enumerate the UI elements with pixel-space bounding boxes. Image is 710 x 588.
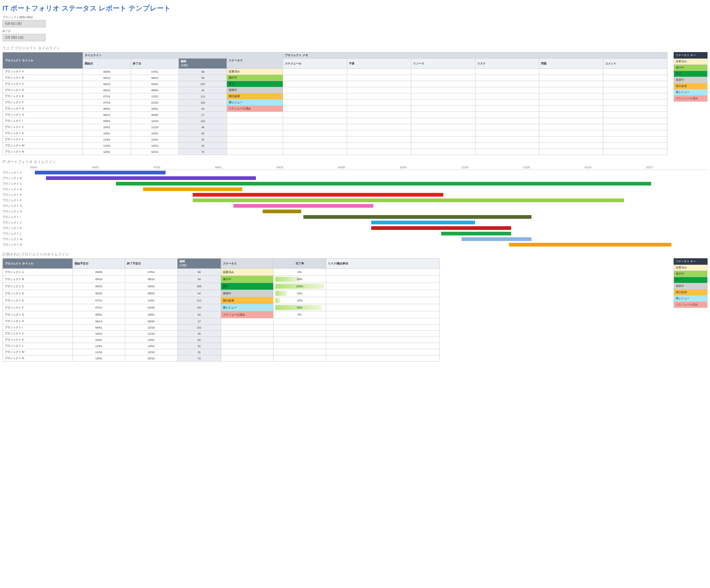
cell-issue[interactable] — [539, 75, 603, 81]
cell-schedule[interactable] — [283, 100, 347, 106]
meta-start-value[interactable]: 5月 5日 (月) — [2, 20, 46, 27]
cell-issue[interactable] — [539, 143, 603, 149]
cell-budget[interactable] — [347, 130, 411, 137]
cell-budget[interactable] — [347, 81, 411, 87]
cell-resource[interactable] — [411, 143, 475, 149]
cell-issue[interactable] — [539, 81, 603, 87]
cell-risk[interactable] — [326, 337, 439, 343]
cell-schedule[interactable] — [283, 124, 347, 130]
table-row[interactable]: プロジェクト J10/0111/1546 — [3, 331, 440, 337]
gantt-bar[interactable] — [371, 226, 511, 230]
cell-risk[interactable] — [475, 93, 539, 100]
cell-resource[interactable] — [411, 118, 475, 124]
cell-resource[interactable] — [411, 93, 475, 100]
cell-risk[interactable] — [326, 324, 439, 331]
gantt-bar[interactable] — [46, 176, 256, 180]
cell-schedule[interactable] — [283, 75, 347, 81]
table-row[interactable]: プロジェクト G08/0110/0162スケジュール済み0% — [3, 311, 440, 318]
cell-comment[interactable] — [603, 100, 667, 106]
cell-budget[interactable] — [347, 106, 411, 112]
cell-schedule[interactable] — [283, 137, 347, 143]
cell-schedule[interactable] — [283, 112, 347, 118]
table-row[interactable]: プロジェクト N12/0102/1072 — [3, 149, 667, 155]
cell-schedule[interactable] — [283, 118, 347, 124]
gantt-bar[interactable] — [35, 171, 166, 174]
table-row[interactable]: プロジェクト F07/1401/20191要レビュー95% — [3, 304, 440, 311]
cell-risk[interactable] — [326, 290, 439, 297]
cell-risk[interactable] — [475, 75, 539, 81]
table-row[interactable]: プロジェクト A05/0507/0158提案済み0% — [3, 269, 440, 276]
table-row[interactable]: プロジェクト F07/1401/20191要レビュー — [3, 100, 667, 106]
cell-resource[interactable] — [411, 87, 475, 93]
gantt-bar[interactable] — [263, 210, 301, 213]
gantt-bar[interactable] — [509, 243, 671, 247]
cell-budget[interactable] — [347, 118, 411, 124]
table-row[interactable]: プロジェクト B05/1008/1093進行中 — [3, 75, 667, 81]
cell-schedule[interactable] — [283, 143, 347, 149]
table-row[interactable]: プロジェクト L11/0112/0131 — [3, 137, 667, 143]
cell-budget[interactable] — [347, 87, 411, 93]
cell-comment[interactable] — [603, 130, 667, 137]
cell-comment[interactable] — [603, 143, 667, 149]
table-row[interactable]: プロジェクト M11/1012/1031 — [3, 349, 440, 355]
cell-issue[interactable] — [539, 69, 603, 75]
cell-resource[interactable] — [411, 149, 475, 155]
cell-comment[interactable] — [603, 118, 667, 124]
table-row[interactable]: プロジェクト E07/1411/01111期日超過 — [3, 93, 667, 100]
cell-resource[interactable] — [411, 106, 475, 112]
cell-comment[interactable] — [603, 81, 667, 87]
table-row[interactable]: プロジェクト I09/0112/10101 — [3, 324, 440, 331]
cell-risk[interactable] — [475, 69, 539, 75]
gantt-bar[interactable] — [441, 232, 511, 236]
gantt-bar[interactable] — [116, 182, 651, 186]
cell-comment[interactable] — [603, 87, 667, 93]
table-row[interactable]: プロジェクト H08/1408/3017 — [3, 318, 440, 324]
cell-budget[interactable] — [347, 75, 411, 81]
cell-comment[interactable] — [603, 69, 667, 75]
cell-comment[interactable] — [603, 75, 667, 81]
table-row[interactable]: プロジェクト G08/0110/0162スケジュール済み — [3, 106, 667, 112]
cell-risk[interactable] — [326, 283, 439, 290]
cell-risk[interactable] — [475, 130, 539, 137]
cell-schedule[interactable] — [283, 81, 347, 87]
cell-risk[interactable] — [475, 81, 539, 87]
cell-resource[interactable] — [411, 69, 475, 75]
cell-comment[interactable] — [603, 137, 667, 143]
gantt-bar[interactable] — [233, 204, 373, 208]
cell-comment[interactable] — [603, 93, 667, 100]
cell-risk[interactable] — [326, 349, 439, 355]
cell-budget[interactable] — [347, 143, 411, 149]
cell-budget[interactable] — [347, 124, 411, 130]
cell-risk[interactable] — [326, 276, 439, 283]
cell-budget[interactable] — [347, 69, 411, 75]
table-row[interactable]: プロジェクト M11/1012/1031 — [3, 143, 667, 149]
table-row[interactable]: プロジェクト J10/0111/1546 — [3, 124, 667, 130]
cell-schedule[interactable] — [283, 106, 347, 112]
cell-risk[interactable] — [326, 297, 439, 304]
cell-risk[interactable] — [326, 355, 439, 362]
meta-end-value[interactable]: 2月 10日 (火) — [2, 34, 46, 41]
cell-resource[interactable] — [411, 75, 475, 81]
table-row[interactable]: プロジェクト A05/0507/0158提案済み — [3, 69, 667, 75]
cell-risk[interactable] — [326, 318, 439, 324]
cell-risk[interactable] — [475, 137, 539, 143]
cell-issue[interactable] — [539, 100, 603, 106]
table-row[interactable]: プロジェクト E07/1411/01111期日超過10% — [3, 297, 440, 304]
table-row[interactable]: プロジェクト K10/0112/0162 — [3, 130, 667, 137]
table-row[interactable]: プロジェクト B05/1008/1093進行中50% — [3, 276, 440, 283]
cell-risk[interactable] — [475, 100, 539, 106]
cell-issue[interactable] — [539, 87, 603, 93]
table-row[interactable]: プロジェクト N12/0102/1072 — [3, 355, 440, 362]
gantt-bar[interactable] — [303, 215, 531, 219]
table-row[interactable]: プロジェクト D06/2208/0444保留中24% — [3, 290, 440, 297]
cell-resource[interactable] — [411, 100, 475, 106]
table-row[interactable]: プロジェクト C06/1002/01237完了 — [3, 81, 667, 87]
cell-risk[interactable] — [326, 311, 439, 318]
cell-risk[interactable] — [475, 118, 539, 124]
table-row[interactable]: プロジェクト I09/0112/10101 — [3, 118, 667, 124]
cell-schedule[interactable] — [283, 87, 347, 93]
cell-comment[interactable] — [603, 124, 667, 130]
cell-schedule[interactable] — [283, 93, 347, 100]
cell-issue[interactable] — [539, 149, 603, 155]
cell-issue[interactable] — [539, 124, 603, 130]
